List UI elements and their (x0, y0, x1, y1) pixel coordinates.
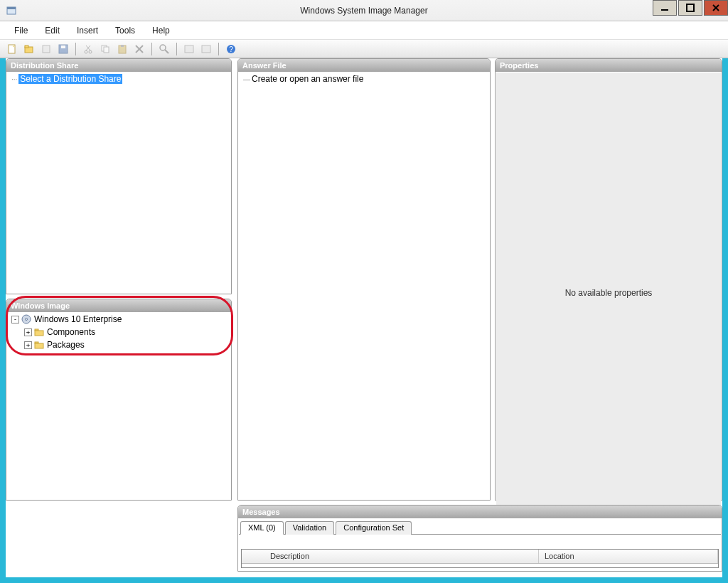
new-icon[interactable] (4, 41, 20, 57)
windows-image-pane: Windows Image - Windows 10 Enterprise + … (6, 299, 232, 501)
maximize-button[interactable] (678, 0, 702, 16)
windows-image-root-node[interactable]: - Windows 10 Enterprise (7, 313, 230, 326)
distribution-share-header: Distribution Share (6, 59, 231, 72)
save-icon[interactable] (55, 41, 71, 57)
svg-point-13 (85, 50, 87, 53)
close-button[interactable] (704, 0, 728, 16)
svg-rect-18 (104, 47, 109, 53)
app-icon (6, 5, 17, 16)
menu-tools[interactable]: Tools (107, 23, 144, 38)
messages-body: XML (0) Validation Configuration Set Des… (239, 519, 721, 570)
column-location[interactable]: Location (539, 550, 718, 563)
svg-rect-10 (43, 46, 50, 53)
svg-rect-32 (35, 331, 43, 336)
svg-line-24 (165, 50, 168, 53)
components-label: Components (47, 327, 95, 337)
menu-insert[interactable]: Insert (68, 23, 107, 38)
svg-point-14 (89, 50, 92, 53)
properties-body: No available properties (496, 73, 721, 513)
svg-rect-12 (61, 46, 65, 48)
copy-icon[interactable] (97, 41, 113, 57)
folder-icon (34, 340, 44, 350)
messages-grid-header: Description Location (242, 550, 718, 564)
svg-rect-9 (25, 46, 28, 48)
windows-image-body[interactable]: - Windows 10 Enterprise + Components + P… (7, 313, 230, 499)
toolbar-separator (75, 43, 76, 55)
find-icon[interactable] (156, 41, 172, 57)
svg-rect-3 (687, 4, 694, 11)
help-icon[interactable]: ? (223, 41, 239, 57)
svg-rect-25 (185, 46, 193, 53)
tab-xml[interactable]: XML (0) (240, 521, 284, 535)
delete-icon[interactable] (132, 41, 147, 57)
answer-file-placeholder: Create or open an answer file (252, 74, 363, 84)
properties-empty-label: No available properties (565, 288, 653, 298)
toolbar-separator (218, 43, 219, 55)
expander-minus-icon[interactable]: - (11, 316, 19, 323)
open-folder-icon[interactable] (21, 41, 37, 57)
answer-file-placeholder-node[interactable]: — Create or open an answer file (239, 73, 489, 85)
app-window: Windows System Image Manager File Edit I… (0, 0, 728, 583)
menu-help[interactable]: Help (144, 23, 178, 38)
minimize-button[interactable] (653, 0, 677, 16)
messages-grid[interactable]: Description Location (241, 549, 719, 568)
title-bar: Windows System Image Manager (0, 0, 728, 21)
distribution-share-placeholder: Select a Distribution Share (18, 74, 122, 84)
answer-file-body[interactable]: — Create or open an answer file (239, 73, 489, 499)
properties-pane: Properties No available properties (495, 58, 722, 501)
svg-rect-34 (35, 343, 43, 348)
tree-connector-icon: — (243, 75, 250, 83)
messages-tabs: XML (0) Validation Configuration Set (239, 519, 721, 535)
column-description[interactable]: Description (242, 550, 539, 563)
answer-file-pane: Answer File — Create or open an answer f… (237, 58, 491, 501)
windows-image-components-node[interactable]: + Components (7, 326, 230, 338)
properties-header: Properties (496, 59, 722, 72)
config-set-icon[interactable] (198, 41, 214, 57)
cut-icon[interactable] (80, 41, 96, 57)
menu-edit[interactable]: Edit (36, 23, 68, 38)
toolbar-separator (176, 43, 177, 55)
paste-icon[interactable] (114, 41, 130, 57)
close-file-icon[interactable] (38, 41, 54, 57)
windows-image-packages-node[interactable]: + Packages (7, 338, 230, 351)
svg-rect-2 (661, 9, 668, 11)
svg-rect-26 (202, 46, 210, 53)
distribution-share-placeholder-node[interactable]: ··· Select a Distribution Share (7, 73, 230, 85)
folder-icon (34, 327, 44, 337)
windows-image-header: Windows Image (6, 299, 231, 312)
validate-icon[interactable] (181, 41, 197, 57)
svg-point-30 (26, 319, 28, 321)
menu-file[interactable]: File (6, 23, 36, 38)
svg-rect-20 (121, 45, 124, 47)
svg-point-23 (160, 45, 166, 50)
windows-image-root-label: Windows 10 Enterprise (34, 314, 122, 324)
window-controls (653, 0, 728, 16)
answer-file-header: Answer File (238, 59, 490, 72)
expander-plus-icon[interactable]: + (24, 341, 32, 349)
svg-text:?: ? (229, 46, 233, 53)
menu-bar: File Edit Insert Tools Help (0, 21, 728, 40)
expander-plus-icon[interactable]: + (24, 328, 32, 336)
svg-rect-1 (7, 7, 16, 9)
messages-header: Messages (238, 506, 722, 518)
disc-icon (21, 314, 31, 324)
client-area: Distribution Share ··· Select a Distribu… (6, 58, 722, 577)
toolbar: ? (0, 40, 728, 58)
packages-label: Packages (47, 340, 85, 350)
window-title: Windows System Image Manager (0, 6, 728, 16)
toolbar-separator (151, 43, 152, 55)
tab-validation[interactable]: Validation (285, 521, 335, 535)
tree-connector-icon: ··· (11, 75, 17, 83)
messages-pane: Messages XML (0) Validation Configuratio… (237, 505, 722, 572)
tab-configuration-set[interactable]: Configuration Set (336, 521, 412, 535)
distribution-share-body[interactable]: ··· Select a Distribution Share (7, 73, 230, 293)
distribution-share-pane: Distribution Share ··· Select a Distribu… (6, 58, 232, 294)
